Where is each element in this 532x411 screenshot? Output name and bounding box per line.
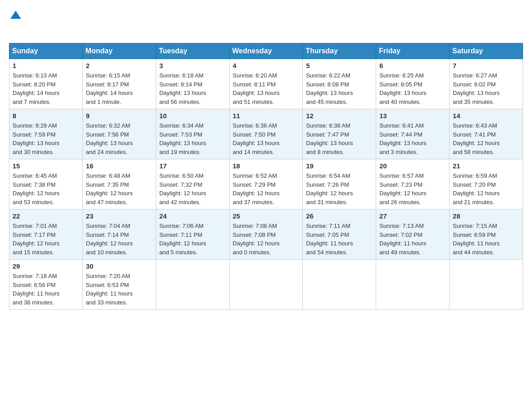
- day-number: 28: [453, 212, 519, 220]
- calendar-cell: 21Sunrise: 6:59 AMSunset: 7:20 PMDayligh…: [450, 159, 523, 210]
- day-number: 15: [13, 162, 79, 170]
- day-info: Sunrise: 6:41 AMSunset: 7:44 PMDaylight:…: [379, 121, 446, 156]
- day-info: Sunrise: 6:57 AMSunset: 7:23 PMDaylight:…: [379, 171, 446, 206]
- day-info: Sunrise: 6:36 AMSunset: 7:50 PMDaylight:…: [233, 121, 300, 156]
- day-number: 19: [306, 162, 373, 170]
- day-number: 8: [13, 112, 79, 120]
- day-info: Sunrise: 6:43 AMSunset: 7:41 PMDaylight:…: [453, 121, 519, 156]
- calendar-cell: [156, 260, 229, 310]
- day-number: 7: [453, 62, 519, 69]
- calendar-cell: 4Sunrise: 6:20 AMSunset: 8:11 PMDaylight…: [229, 59, 303, 109]
- calendar-cell: 24Sunrise: 7:06 AMSunset: 7:11 PMDayligh…: [156, 210, 229, 260]
- day-number: 30: [86, 262, 153, 270]
- calendar-cell: 11Sunrise: 6:36 AMSunset: 7:50 PMDayligh…: [229, 109, 303, 159]
- calendar-week-row: 15Sunrise: 6:45 AMSunset: 7:38 PMDayligh…: [9, 159, 523, 210]
- day-number: 25: [233, 212, 300, 220]
- calendar-cell: 2Sunrise: 6:15 AMSunset: 8:17 PMDaylight…: [82, 59, 156, 109]
- calendar-cell: 6Sunrise: 6:25 AMSunset: 8:05 PMDaylight…: [376, 59, 450, 109]
- calendar-cell: [376, 260, 450, 310]
- calendar-cell: 20Sunrise: 6:57 AMSunset: 7:23 PMDayligh…: [376, 159, 450, 210]
- calendar-cell: 15Sunrise: 6:45 AMSunset: 7:38 PMDayligh…: [9, 159, 83, 210]
- calendar-cell: 1Sunrise: 6:13 AMSunset: 8:20 PMDaylight…: [9, 59, 83, 109]
- day-number: 20: [379, 162, 446, 170]
- weekday-header-sunday: Sunday: [9, 43, 83, 59]
- weekday-header-saturday: Saturday: [450, 43, 523, 59]
- day-number: 18: [233, 162, 300, 170]
- calendar-week-row: 22Sunrise: 7:01 AMSunset: 7:17 PMDayligh…: [9, 210, 523, 260]
- calendar-week-row: 8Sunrise: 6:29 AMSunset: 7:59 PMDaylight…: [9, 109, 523, 159]
- day-number: 10: [159, 112, 226, 120]
- day-info: Sunrise: 6:22 AMSunset: 8:08 PMDaylight:…: [306, 71, 373, 106]
- calendar-cell: 22Sunrise: 7:01 AMSunset: 7:17 PMDayligh…: [9, 210, 83, 260]
- weekday-header-thursday: Thursday: [303, 43, 376, 59]
- svg-marker-0: [10, 11, 21, 19]
- day-number: 13: [379, 112, 446, 120]
- calendar-table: SundayMondayTuesdayWednesdayThursdayFrid…: [9, 43, 523, 310]
- day-info: Sunrise: 7:11 AMSunset: 7:05 PMDaylight:…: [306, 222, 373, 257]
- logo: [9, 9, 22, 34]
- day-number: 5: [306, 62, 373, 69]
- day-info: Sunrise: 6:45 AMSunset: 7:38 PMDaylight:…: [13, 171, 79, 206]
- calendar-cell: 12Sunrise: 6:38 AMSunset: 7:47 PMDayligh…: [303, 109, 376, 159]
- day-info: Sunrise: 7:20 AMSunset: 6:53 PMDaylight:…: [86, 272, 153, 307]
- calendar-cell: 3Sunrise: 6:18 AMSunset: 8:14 PMDaylight…: [156, 59, 229, 109]
- day-info: Sunrise: 6:27 AMSunset: 8:02 PMDaylight:…: [453, 71, 519, 106]
- calendar-week-row: 1Sunrise: 6:13 AMSunset: 8:20 PMDaylight…: [9, 59, 523, 109]
- page-header: [9, 9, 523, 34]
- calendar-cell: 9Sunrise: 6:32 AMSunset: 7:56 PMDaylight…: [82, 109, 156, 159]
- day-number: 12: [306, 112, 373, 120]
- calendar-week-row: 29Sunrise: 7:18 AMSunset: 6:56 PMDayligh…: [9, 260, 523, 310]
- calendar-cell: [303, 260, 376, 310]
- day-info: Sunrise: 6:59 AMSunset: 7:20 PMDaylight:…: [453, 171, 519, 206]
- day-info: Sunrise: 7:18 AMSunset: 6:56 PMDaylight:…: [13, 272, 79, 307]
- day-info: Sunrise: 6:15 AMSunset: 8:17 PMDaylight:…: [86, 71, 153, 106]
- day-info: Sunrise: 6:38 AMSunset: 7:47 PMDaylight:…: [306, 121, 373, 156]
- day-number: 3: [159, 62, 226, 69]
- day-number: 2: [86, 62, 153, 69]
- calendar-cell: 17Sunrise: 6:50 AMSunset: 7:32 PMDayligh…: [156, 159, 229, 210]
- day-number: 17: [159, 162, 226, 170]
- weekday-header-monday: Monday: [82, 43, 156, 59]
- day-info: Sunrise: 6:18 AMSunset: 8:14 PMDaylight:…: [159, 71, 226, 106]
- weekday-header-wednesday: Wednesday: [229, 43, 303, 59]
- weekday-header-row: SundayMondayTuesdayWednesdayThursdayFrid…: [9, 43, 523, 59]
- day-number: 11: [233, 112, 300, 120]
- day-number: 4: [233, 62, 300, 69]
- calendar-cell: 25Sunrise: 7:08 AMSunset: 7:08 PMDayligh…: [229, 210, 303, 260]
- day-info: Sunrise: 7:13 AMSunset: 7:02 PMDaylight:…: [379, 222, 446, 257]
- day-number: 1: [13, 62, 79, 69]
- day-info: Sunrise: 6:50 AMSunset: 7:32 PMDaylight:…: [159, 171, 226, 206]
- day-info: Sunrise: 6:48 AMSunset: 7:35 PMDaylight:…: [86, 171, 153, 206]
- day-number: 26: [306, 212, 373, 220]
- calendar-cell: 27Sunrise: 7:13 AMSunset: 7:02 PMDayligh…: [376, 210, 450, 260]
- calendar-cell: 13Sunrise: 6:41 AMSunset: 7:44 PMDayligh…: [376, 109, 450, 159]
- calendar-cell: 19Sunrise: 6:54 AMSunset: 7:26 PMDayligh…: [303, 159, 376, 210]
- day-info: Sunrise: 6:29 AMSunset: 7:59 PMDaylight:…: [13, 121, 79, 156]
- day-info: Sunrise: 7:08 AMSunset: 7:08 PMDaylight:…: [233, 222, 300, 257]
- calendar-cell: 28Sunrise: 7:15 AMSunset: 6:59 PMDayligh…: [450, 210, 523, 260]
- day-number: 23: [86, 212, 153, 220]
- calendar-cell: 18Sunrise: 6:52 AMSunset: 7:29 PMDayligh…: [229, 159, 303, 210]
- day-info: Sunrise: 7:06 AMSunset: 7:11 PMDaylight:…: [159, 222, 226, 257]
- day-info: Sunrise: 6:25 AMSunset: 8:05 PMDaylight:…: [379, 71, 446, 106]
- day-number: 24: [159, 212, 226, 220]
- weekday-header-friday: Friday: [376, 43, 450, 59]
- day-info: Sunrise: 7:01 AMSunset: 7:17 PMDaylight:…: [13, 222, 79, 257]
- calendar-cell: 5Sunrise: 6:22 AMSunset: 8:08 PMDaylight…: [303, 59, 376, 109]
- calendar-cell: 16Sunrise: 6:48 AMSunset: 7:35 PMDayligh…: [82, 159, 156, 210]
- day-number: 22: [13, 212, 79, 220]
- day-info: Sunrise: 7:15 AMSunset: 6:59 PMDaylight:…: [453, 222, 519, 257]
- weekday-header-tuesday: Tuesday: [156, 43, 229, 59]
- calendar-cell: [450, 260, 523, 310]
- day-number: 27: [379, 212, 446, 220]
- day-info: Sunrise: 7:04 AMSunset: 7:14 PMDaylight:…: [86, 222, 153, 257]
- day-number: 16: [86, 162, 153, 170]
- day-number: 6: [379, 62, 446, 69]
- day-number: 21: [453, 162, 519, 170]
- day-number: 14: [453, 112, 519, 120]
- day-number: 9: [86, 112, 153, 120]
- day-info: Sunrise: 6:34 AMSunset: 7:53 PMDaylight:…: [159, 121, 226, 156]
- calendar-cell: 30Sunrise: 7:20 AMSunset: 6:53 PMDayligh…: [82, 260, 156, 310]
- calendar-cell: 26Sunrise: 7:11 AMSunset: 7:05 PMDayligh…: [303, 210, 376, 260]
- day-number: 29: [13, 262, 79, 270]
